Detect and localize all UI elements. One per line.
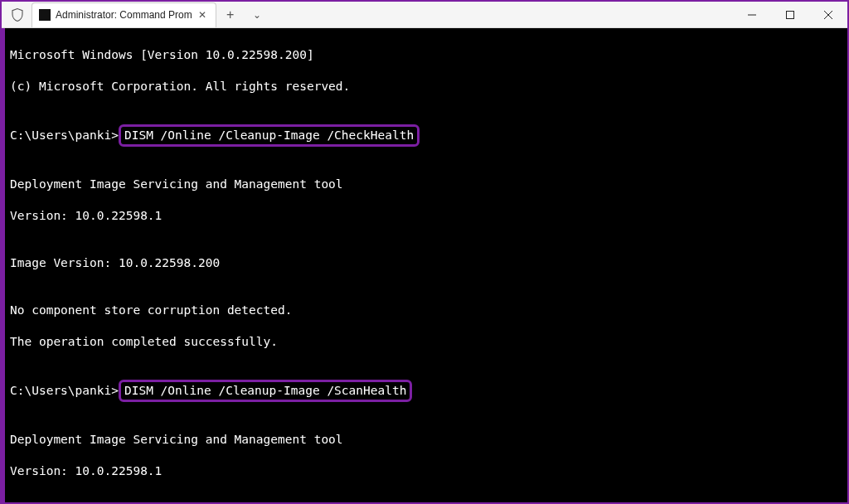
output-line: Version: 10.0.22598.1	[10, 463, 842, 479]
tab-title: Administrator: Command Prom	[56, 9, 192, 21]
output-line: Image Version: 10.0.22598.200	[10, 255, 842, 271]
highlighted-command: DISM /Online /Cleanup-Image /CheckHealth	[119, 124, 420, 147]
output-line: (c) Microsoft Corporation. All rights re…	[10, 79, 842, 94]
new-tab-button[interactable]: +	[218, 2, 243, 27]
output-line: Deployment Image Servicing and Managemen…	[10, 177, 842, 192]
terminal-output[interactable]: Microsoft Windows [Version 10.0.22598.20…	[2, 28, 847, 502]
titlebar[interactable]: Administrator: Command Prom ✕ + ⌄	[2, 2, 847, 28]
output-line: Deployment Image Servicing and Managemen…	[10, 432, 842, 448]
prompt: C:\Users\panki>	[10, 384, 119, 397]
tab-command-prompt[interactable]: Administrator: Command Prom ✕	[32, 2, 216, 27]
cmd-icon	[39, 9, 51, 21]
prompt-line: C:\Users\panki>DISM /Online /Cleanup-Ima…	[10, 126, 842, 145]
output-line: No component store corruption detected.	[10, 303, 842, 318]
output-line: Version: 10.0.22598.1	[10, 208, 842, 224]
window-controls	[733, 2, 847, 28]
svg-rect-1	[787, 11, 794, 18]
minimize-button[interactable]	[733, 2, 771, 28]
terminal-window: Administrator: Command Prom ✕ + ⌄ Micros…	[2, 2, 847, 502]
maximize-button[interactable]	[771, 2, 809, 28]
tab-close-button[interactable]: ✕	[196, 8, 209, 22]
close-button[interactable]	[809, 2, 847, 28]
tab-dropdown-button[interactable]: ⌄	[245, 2, 269, 27]
prompt-line: C:\Users\panki>DISM /Online /Cleanup-Ima…	[10, 381, 842, 400]
highlighted-command: DISM /Online /Cleanup-Image /ScanHealth	[119, 380, 412, 402]
shield-icon	[10, 7, 25, 22]
output-line: The operation completed successfully.	[10, 334, 842, 350]
output-line: Microsoft Windows [Version 10.0.22598.20…	[10, 47, 842, 63]
prompt: C:\Users\panki>	[10, 128, 119, 142]
